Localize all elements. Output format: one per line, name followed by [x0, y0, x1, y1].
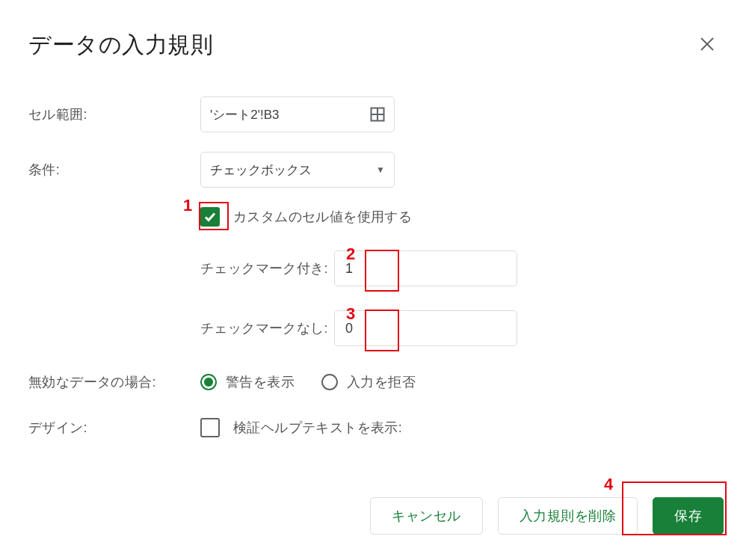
- use-custom-values-checkbox[interactable]: [200, 207, 220, 227]
- unchecked-value-input-wrap: [334, 310, 517, 346]
- checked-value-label: チェックマーク付き:: [200, 259, 328, 277]
- save-button-label: 保存: [674, 507, 702, 525]
- data-validation-dialog: データの入力規則 セル範囲: 'シート2'!B3 条件:: [0, 0, 752, 560]
- dialog-button-row: キャンセル 入力規則を削除 保存: [370, 497, 724, 535]
- checked-value-input-wrap: [334, 250, 517, 286]
- use-custom-values-label: カスタムのセル値を使用する: [233, 208, 412, 226]
- show-help-text-checkbox[interactable]: [200, 418, 220, 437]
- cell-range-value: 'シート2'!B3: [210, 106, 279, 123]
- condition-label: 条件:: [28, 161, 200, 179]
- remove-validation-button[interactable]: 入力規則を削除: [498, 497, 638, 535]
- checked-value-input[interactable]: [344, 260, 508, 277]
- radio-show-warning[interactable]: [200, 374, 217, 390]
- radio-reject-input-label: 入力を拒否: [347, 373, 416, 391]
- design-label: デザイン:: [28, 419, 200, 437]
- radio-reject-input[interactable]: [321, 374, 338, 390]
- dialog-title: データの入力規則: [28, 30, 724, 61]
- cell-range-label: セル範囲:: [28, 105, 200, 123]
- condition-value: チェックボックス: [210, 161, 312, 179]
- save-button[interactable]: 保存: [653, 497, 724, 535]
- annotation-number-4: 4: [604, 475, 613, 494]
- remove-validation-button-label: 入力規則を削除: [520, 507, 617, 525]
- close-icon: [699, 36, 715, 57]
- unchecked-value-label: チェックマークなし:: [200, 319, 328, 337]
- condition-dropdown[interactable]: チェックボックス ▼: [200, 152, 395, 188]
- select-range-icon[interactable]: [370, 107, 385, 122]
- on-invalid-label: 無効なデータの場合:: [28, 373, 200, 391]
- unchecked-value-input[interactable]: [344, 320, 508, 337]
- cell-range-input[interactable]: 'シート2'!B3: [200, 96, 395, 132]
- cancel-button[interactable]: キャンセル: [370, 497, 483, 535]
- cancel-button-label: キャンセル: [392, 507, 461, 525]
- close-button[interactable]: [698, 37, 716, 55]
- show-help-text-label: 検証ヘルプテキストを表示:: [233, 419, 402, 437]
- caret-down-icon: ▼: [376, 164, 385, 175]
- radio-show-warning-label: 警告を表示: [226, 373, 295, 391]
